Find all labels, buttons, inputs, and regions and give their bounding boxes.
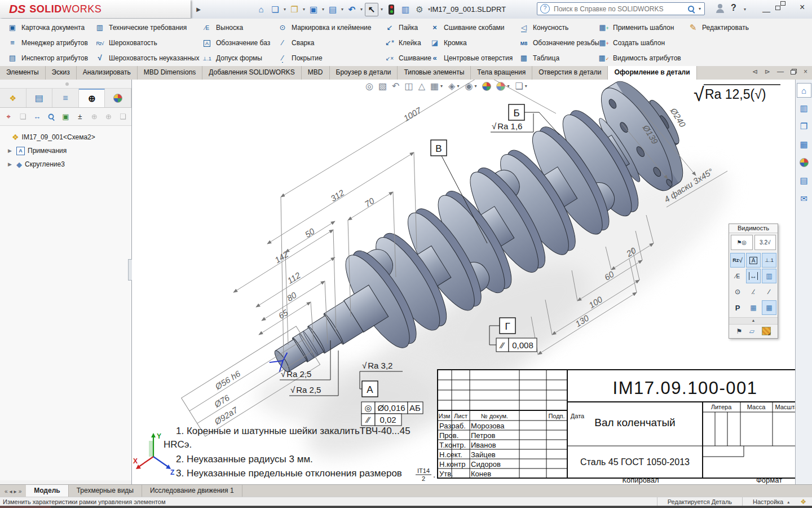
tab-sketch[interactable]: Эскиз (46, 66, 77, 80)
minimize-button[interactable]: — (762, 7, 770, 15)
tree-root-part[interactable]: ❖ IM17_09_001<Схема2> (0, 130, 131, 144)
location-dimension-icon[interactable]: ↔ (32, 111, 42, 122)
tab-part-holes[interactable]: Отверстия в детали (532, 66, 608, 80)
user-account-icon[interactable] (715, 4, 725, 14)
delete-scheme-icon[interactable]: ❏ (118, 111, 128, 122)
ribbon-item-taper[interactable]: Конусность (516, 20, 602, 35)
ribbon-item-attribute-inspector[interactable]: Инспектор атрибутов (5, 50, 90, 65)
first-tab-icon[interactable]: « (5, 488, 8, 494)
pane-right-icon[interactable]: ⊳ (765, 68, 770, 76)
chevron-down-icon[interactable]: ▾ (322, 7, 324, 12)
print-icon[interactable] (326, 3, 339, 16)
hatch-check-icon[interactable] (762, 327, 771, 335)
toggle-tables[interactable] (746, 300, 761, 315)
tag-icon[interactable]: ❖ (800, 498, 812, 506)
ribbon-item-edge[interactable]: Кромка (427, 35, 515, 50)
toggle-coating[interactable] (746, 284, 761, 299)
ribbon-item-form-tolerance[interactable]: Допуск формы (199, 50, 272, 65)
appearances-icon[interactable] (797, 155, 811, 170)
tab-typical-elements[interactable]: Типовые элементы (398, 66, 471, 80)
pane-minimize-icon[interactable]: — (777, 68, 784, 76)
help-button[interactable]: ? (731, 3, 736, 13)
previous-view-icon[interactable]: ↶ (392, 81, 399, 91)
toggle-dimensions[interactable] (746, 269, 761, 283)
panel-splitter[interactable] (0, 80, 131, 89)
prev-tab-icon[interactable]: ◂ (10, 488, 12, 494)
expand-caret-icon[interactable]: ▶ (8, 148, 14, 154)
ribbon-item-unspecified-roughness[interactable]: Шероховатость неуказанных (92, 50, 201, 65)
tab-evaluate[interactable]: Анализировать (77, 66, 138, 80)
toggle-templates[interactable] (762, 300, 776, 315)
graphics-area[interactable]: 312 70 50 142 112 80 65 1007 20 60 100 1… (132, 80, 795, 484)
display-manager-tab[interactable] (105, 89, 131, 107)
profile-icon[interactable] (749, 327, 754, 335)
select-cursor-icon[interactable] (365, 3, 378, 16)
file-explorer-icon[interactable]: ❐ (797, 119, 811, 134)
ribbon-item-stitching[interactable]: Сшивание (382, 50, 434, 65)
tab-part-annotation[interactable]: Оформление в детали (608, 66, 696, 80)
size-dimension-icon[interactable] (46, 111, 56, 122)
ribbon-item-marking[interactable]: Маркировка и клеймение (275, 20, 373, 35)
datum-flag-a[interactable]: А (362, 381, 378, 397)
chevron-down-icon[interactable]: ▾ (341, 7, 343, 12)
feature-manager-tab[interactable]: ❖ (0, 89, 27, 107)
dimxpert-manager-tab[interactable]: ⊕ (79, 89, 105, 107)
tab-motion-study[interactable]: Исследование движения 1 (142, 485, 242, 497)
ribbon-item-leader-note[interactable]: Выноска (199, 20, 272, 35)
ribbon-item-document-card[interactable]: Карточка документа (5, 20, 90, 35)
flag-cube-icon[interactable] (736, 327, 743, 335)
ribbon-item-coating[interactable]: Покрытие (275, 50, 373, 65)
tab-addins[interactable]: Добавления SOLIDWORKS (202, 66, 302, 80)
ribbon-item-thread[interactable]: Обозначение резьбы (516, 35, 602, 50)
ribbon-item-soldering[interactable]: Пайка (382, 20, 434, 35)
save-icon[interactable] (307, 3, 320, 16)
chevron-down-icon[interactable]: ▾ (284, 7, 286, 12)
taskpane-home-icon[interactable]: ⌂ (797, 83, 811, 98)
ribbon-item-datum-symbol[interactable]: Обозначение баз (199, 35, 272, 50)
toggle-datums[interactable]: А (746, 253, 761, 268)
auto-dimension-scheme-icon[interactable]: ⌖ (3, 111, 14, 122)
tab-part-browser[interactable]: Броузер в детали (330, 66, 398, 80)
toggle-marking[interactable] (730, 284, 745, 299)
ribbon-item-edit[interactable]: Редактировать (685, 20, 751, 35)
chevron-down-icon[interactable]: ▾ (699, 6, 701, 11)
view-orientation-icon[interactable]: ▦▾ (430, 81, 443, 91)
ribbon-item-tech-requirements[interactable]: Технические требования (92, 20, 201, 35)
design-library-icon[interactable]: ▥ (797, 101, 811, 116)
new-document-icon[interactable] (269, 3, 281, 16)
hide-show-items-icon[interactable]: ◉▾ (465, 81, 477, 91)
pane-restore-icon[interactable] (791, 69, 797, 75)
ribbon-item-attribute-manager[interactable]: Менеджер атрибутов (5, 35, 90, 50)
forum-icon[interactable]: ✉ (797, 191, 811, 206)
pane-close-icon[interactable]: × (804, 68, 807, 76)
show-tolerance-status-icon[interactable]: ▣ (60, 111, 70, 122)
edit-appearance-icon[interactable] (482, 82, 491, 91)
ribbon-item-attribute-visibility[interactable]: Видимость атрибутов (596, 50, 683, 65)
tab-3d-views[interactable]: Трехмерные виды (69, 485, 142, 497)
home-icon[interactable] (255, 3, 267, 16)
chevron-down-icon[interactable]: ▾ (381, 7, 383, 12)
ribbon-item-stapling[interactable]: Сшивание скобами (427, 20, 515, 35)
close-button[interactable]: × (800, 3, 805, 11)
flag-visibility-button[interactable]: ⚑◎ (731, 235, 753, 250)
annotation-view-icon[interactable]: △ (418, 81, 425, 91)
tab-elements[interactable]: Элементы (0, 66, 46, 80)
tab-revolved-bodies[interactable]: Тела вращения (471, 66, 532, 80)
ribbon-item-welding[interactable]: Сварка (275, 35, 373, 50)
fcf-frame-g[interactable]: ∕∕ 0,008 (496, 338, 537, 352)
datum-target-icon[interactable]: ⊕ (89, 111, 99, 122)
pane-left-icon[interactable]: ⊲ (752, 68, 758, 76)
ribbon-item-create-template[interactable]: Создать шаблон (596, 35, 683, 50)
apply-scene-icon[interactable]: ▾ (496, 82, 510, 91)
section-view-icon[interactable]: ◫ (405, 81, 413, 91)
tree-item-annotations[interactable]: ▶ Примечания (0, 144, 131, 157)
chevron-down-icon[interactable]: ▾ (303, 7, 305, 12)
property-manager-tab[interactable]: ▤ (27, 89, 53, 107)
tree-item-fillet[interactable]: ▶ ◆ Скругление3 (0, 157, 131, 171)
customize-button[interactable]: Настройка▴ (742, 497, 800, 506)
ribbon-item-roughness[interactable]: Шероховатость (92, 35, 201, 50)
view-palette-icon[interactable]: ▦ (797, 137, 811, 152)
search-input[interactable] (553, 5, 685, 14)
pattern-feature-icon[interactable]: ⊕ (103, 111, 113, 122)
toggle-welds[interactable] (762, 284, 776, 299)
